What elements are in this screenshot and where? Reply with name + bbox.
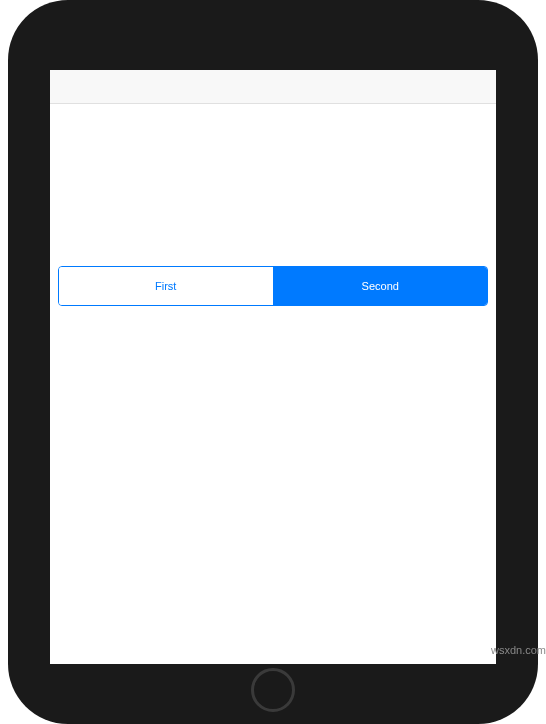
- content-area: First Second: [50, 266, 496, 306]
- segment-second[interactable]: Second: [274, 267, 488, 305]
- segment-label: Second: [362, 280, 399, 292]
- status-bar: [50, 70, 496, 104]
- phone-frame: First Second: [8, 0, 538, 724]
- segment-label: First: [155, 280, 176, 292]
- segment-first[interactable]: First: [59, 267, 274, 305]
- watermark: wsxdn.com: [491, 644, 546, 656]
- phone-screen: First Second: [50, 70, 496, 664]
- segmented-control[interactable]: First Second: [58, 266, 488, 306]
- home-button[interactable]: [251, 668, 295, 712]
